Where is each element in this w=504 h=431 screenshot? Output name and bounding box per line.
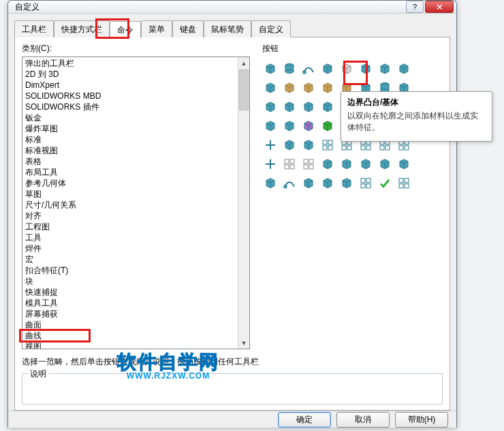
- category-item[interactable]: DimXpert: [22, 80, 238, 91]
- tab-menu[interactable]: 菜单: [141, 20, 172, 37]
- category-item[interactable]: 对齐: [22, 210, 238, 221]
- category-item[interactable]: 草图: [22, 189, 238, 199]
- description-group: 说明: [22, 373, 443, 404]
- category-item[interactable]: 宏: [22, 254, 238, 265]
- svg-rect-152: [290, 159, 294, 163]
- buttons-label: 按钮: [262, 43, 443, 54]
- feature-icon[interactable]: [300, 118, 317, 134]
- feature-icon[interactable]: [358, 156, 374, 172]
- svg-rect-131: [323, 146, 327, 150]
- close-button[interactable]: ✕: [425, 1, 454, 13]
- feature-icon[interactable]: [319, 118, 336, 134]
- category-item[interactable]: SOLIDWORKS 插件: [22, 101, 238, 112]
- category-item[interactable]: 工具: [22, 232, 238, 243]
- tab-commands[interactable]: 命令: [110, 21, 141, 38]
- category-item[interactable]: 尺寸/几何关系: [22, 199, 238, 210]
- feature-icon[interactable]: [358, 61, 374, 77]
- svg-rect-7: [303, 71, 306, 74]
- category-item[interactable]: 快速捕捉: [22, 287, 238, 298]
- feature-icon[interactable]: [319, 61, 336, 77]
- feature-icon[interactable]: [262, 80, 279, 96]
- category-item[interactable]: SOLIDWORKS MBD: [22, 91, 238, 101]
- category-item[interactable]: 扣合特征(T): [22, 265, 238, 276]
- category-item[interactable]: 曲线: [22, 330, 238, 341]
- tab-mouse[interactable]: 鼠标笔势: [204, 20, 251, 37]
- svg-rect-135: [342, 146, 346, 150]
- categories-list[interactable]: 弹出的工具栏2D 到 3DDimXpertSOLIDWORKS MBDSOLID…: [22, 57, 250, 349]
- feature-icon[interactable]: [377, 175, 393, 191]
- svg-rect-155: [304, 159, 308, 163]
- feature-icon[interactable]: [319, 137, 336, 153]
- feature-icon[interactable]: [358, 175, 374, 191]
- feature-icon[interactable]: [262, 99, 279, 115]
- help-button[interactable]: ?: [406, 1, 424, 13]
- svg-rect-157: [304, 165, 308, 169]
- feature-icon[interactable]: [338, 156, 355, 172]
- ok-button[interactable]: 确定: [278, 412, 331, 428]
- help-dialog-button[interactable]: 帮助(H): [395, 412, 448, 428]
- category-item[interactable]: 表格: [22, 156, 238, 167]
- category-item[interactable]: 标准: [22, 134, 238, 145]
- category-item[interactable]: 曲面: [22, 319, 238, 330]
- feature-icon[interactable]: [377, 61, 393, 77]
- scroll-down-arrow-icon[interactable]: ▼: [238, 337, 249, 349]
- svg-rect-130: [328, 140, 332, 144]
- svg-rect-151: [285, 159, 289, 163]
- feature-icon[interactable]: [262, 137, 279, 153]
- category-item[interactable]: 屏幕捕获: [22, 308, 238, 319]
- feature-icon[interactable]: [300, 80, 317, 96]
- feature-icon[interactable]: [396, 61, 412, 77]
- feature-icon[interactable]: [300, 61, 317, 77]
- tooltip: 边界凸台/基体 以双向在轮廓之间添加材料以生成实体特征。: [341, 91, 492, 142]
- feature-icon[interactable]: [262, 118, 279, 134]
- feature-icon[interactable]: [262, 61, 279, 77]
- feature-icon[interactable]: [300, 99, 317, 115]
- categories-scrollbar[interactable]: ▲ ▼: [238, 57, 249, 349]
- feature-icon[interactable]: [281, 137, 298, 153]
- category-item[interactable]: 视图: [22, 341, 238, 349]
- feature-icon[interactable]: [281, 99, 298, 115]
- category-item[interactable]: 钣金: [22, 112, 238, 123]
- feature-icon[interactable]: [300, 175, 317, 191]
- categories-label: 类别(C):: [22, 43, 250, 54]
- dialog-buttons: 确定 取消 帮助(H): [8, 411, 456, 428]
- category-item[interactable]: 弹出的工具栏: [22, 58, 238, 69]
- feature-icon[interactable]: [338, 61, 355, 77]
- feature-icon[interactable]: [262, 156, 279, 172]
- feature-icon[interactable]: [281, 80, 298, 96]
- scroll-thumb[interactable]: [239, 69, 249, 110]
- category-item[interactable]: 爆炸草图: [22, 123, 238, 134]
- cancel-button[interactable]: 取消: [336, 412, 390, 428]
- category-item[interactable]: 工程图: [22, 221, 238, 232]
- category-item[interactable]: 布局工具: [22, 167, 238, 178]
- category-item[interactable]: 2D 到 3D: [22, 69, 238, 80]
- feature-icon[interactable]: [319, 99, 336, 115]
- svg-rect-153: [285, 165, 289, 169]
- category-item[interactable]: 块: [22, 276, 238, 287]
- feature-icon[interactable]: [300, 156, 317, 172]
- description-label: 说明: [28, 368, 48, 380]
- tab-toolbars[interactable]: 工具栏: [14, 20, 54, 37]
- feature-icon[interactable]: [300, 137, 317, 153]
- feature-icon[interactable]: [319, 80, 336, 96]
- category-item[interactable]: 标准视图: [22, 145, 238, 156]
- feature-icon[interactable]: [281, 118, 298, 134]
- feature-icon[interactable]: [319, 156, 336, 172]
- svg-rect-183: [284, 185, 287, 188]
- feature-icon[interactable]: [396, 175, 412, 191]
- tab-shortcut-bar[interactable]: 快捷方式栏: [54, 20, 110, 37]
- feature-icon[interactable]: [262, 175, 279, 191]
- category-item[interactable]: 参考几何体: [22, 178, 238, 189]
- scroll-up-arrow-icon[interactable]: ▲: [238, 57, 249, 69]
- tab-keyboard[interactable]: 键盘: [172, 20, 204, 37]
- feature-icon[interactable]: [281, 175, 298, 191]
- feature-icon[interactable]: [319, 175, 336, 191]
- category-item[interactable]: 焊件: [22, 243, 238, 254]
- category-item[interactable]: 模具工具: [22, 298, 238, 308]
- feature-icon[interactable]: [281, 61, 298, 77]
- feature-icon[interactable]: [338, 175, 355, 191]
- tab-customize[interactable]: 自定义: [251, 20, 291, 37]
- feature-icon[interactable]: [396, 156, 412, 172]
- feature-icon[interactable]: [377, 156, 393, 172]
- feature-icon[interactable]: [281, 156, 298, 172]
